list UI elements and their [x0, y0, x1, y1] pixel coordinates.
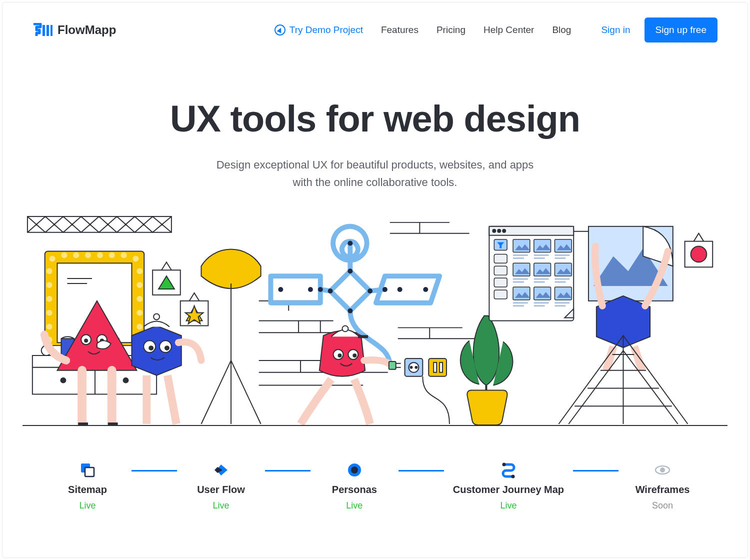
- signin-link[interactable]: Sign in: [601, 24, 630, 36]
- svg-rect-95: [554, 240, 572, 252]
- feature-label: Sitemap: [68, 484, 107, 496]
- svg-point-7: [50, 256, 56, 262]
- svg-point-67: [423, 287, 428, 292]
- svg-rect-94: [534, 240, 551, 252]
- svg-point-85: [492, 230, 496, 232]
- svg-point-17: [46, 296, 52, 302]
- svg-rect-96: [513, 264, 530, 276]
- hero-title: UX tools for web design: [32, 98, 718, 140]
- feature-status: Live: [346, 500, 362, 511]
- svg-point-59: [328, 288, 333, 294]
- hero-subtitle-line2: with the online collaborative tools.: [293, 176, 458, 188]
- svg-point-50: [154, 314, 160, 320]
- svg-point-134: [511, 475, 514, 478]
- svg-point-136: [660, 468, 665, 472]
- svg-point-23: [136, 296, 142, 302]
- nav-features[interactable]: Features: [381, 24, 418, 36]
- header: FlowMapp Try Demo Project Features Prici…: [2, 2, 748, 52]
- nav-try-demo[interactable]: Try Demo Project: [274, 24, 363, 36]
- svg-point-36: [124, 378, 128, 383]
- svg-line-53: [231, 360, 261, 424]
- svg-point-78: [410, 366, 412, 368]
- svg-point-86: [498, 230, 500, 232]
- svg-point-132: [351, 466, 358, 474]
- svg-point-87: [502, 230, 506, 232]
- svg-rect-84: [489, 226, 574, 236]
- feature-sitemap[interactable]: Sitemap Live: [52, 461, 122, 511]
- feature-separator: [398, 470, 444, 472]
- svg-point-48: [148, 346, 154, 351]
- svg-rect-73: [389, 362, 396, 370]
- svg-rect-98: [554, 264, 572, 276]
- svg-point-64: [278, 287, 283, 292]
- svg-point-11: [97, 252, 103, 258]
- signup-button[interactable]: Sign up free: [644, 18, 718, 42]
- feature-status: Soon: [652, 500, 673, 511]
- svg-point-70: [338, 354, 342, 358]
- feature-separator: [265, 470, 310, 472]
- svg-point-35: [60, 378, 66, 383]
- svg-point-10: [85, 252, 91, 258]
- feature-separator: [573, 470, 618, 472]
- svg-rect-80: [428, 358, 446, 376]
- svg-point-22: [136, 282, 142, 288]
- feature-label: User Flow: [197, 484, 245, 496]
- feature-wireframes[interactable]: Wireframes Soon: [628, 461, 698, 511]
- svg-line-52: [201, 360, 231, 424]
- sitemap-icon: [78, 461, 96, 479]
- svg-point-58: [368, 288, 372, 294]
- main-nav: Try Demo Project Features Pricing Help C…: [274, 24, 572, 36]
- svg-point-21: [136, 268, 142, 274]
- svg-point-49: [164, 346, 170, 351]
- nav-pricing[interactable]: Pricing: [436, 24, 466, 36]
- svg-rect-97: [534, 264, 551, 276]
- svg-point-133: [502, 463, 506, 466]
- svg-rect-130: [85, 468, 94, 476]
- feature-personas[interactable]: Personas Live: [320, 461, 390, 511]
- feature-label: Wireframes: [636, 484, 690, 496]
- page: FlowMapp Try Demo Project Features Prici…: [2, 2, 748, 558]
- compass-icon: [274, 24, 286, 36]
- svg-point-16: [46, 282, 52, 288]
- svg-point-128: [691, 246, 707, 262]
- svg-point-60: [348, 308, 352, 314]
- svg-rect-2: [50, 25, 52, 36]
- svg-rect-89: [494, 254, 507, 264]
- auth-actions: Sign in Sign up free: [601, 18, 718, 42]
- feature-status: Live: [79, 500, 96, 511]
- svg-point-13: [121, 252, 127, 258]
- svg-point-19: [46, 324, 52, 330]
- svg-point-61: [318, 287, 323, 292]
- feature-user-flow[interactable]: User Flow Live: [186, 461, 256, 511]
- feature-cjm[interactable]: Customer Journey Map Live: [453, 461, 564, 511]
- hero-illustration: [22, 211, 728, 426]
- personas-icon: [346, 461, 364, 479]
- brand-logo[interactable]: FlowMapp: [32, 23, 116, 37]
- userflow-icon: [212, 461, 230, 479]
- feature-status: Live: [212, 500, 229, 511]
- svg-rect-82: [440, 362, 442, 372]
- nav-blog[interactable]: Blog: [552, 24, 571, 36]
- nav-help-center[interactable]: Help Center: [484, 24, 534, 36]
- hero-subtitle: Design exceptional UX for beautiful prod…: [32, 156, 718, 191]
- svg-rect-1: [46, 25, 49, 36]
- svg-point-72: [342, 326, 348, 332]
- features-row: Sitemap Live User Flow Live Personas: [2, 426, 748, 531]
- svg-point-24: [136, 310, 142, 316]
- svg-rect-100: [534, 287, 551, 300]
- svg-point-15: [46, 268, 52, 274]
- wireframes-icon: [654, 461, 672, 479]
- nav-try-demo-label: Try Demo Project: [290, 24, 363, 36]
- feature-separator: [132, 470, 177, 472]
- svg-point-71: [352, 354, 356, 358]
- svg-point-8: [61, 252, 67, 258]
- svg-marker-45: [132, 326, 181, 376]
- svg-point-9: [73, 252, 79, 258]
- hero: UX tools for web design Design exception…: [2, 52, 748, 206]
- svg-rect-92: [494, 290, 507, 299]
- svg-point-43: [84, 339, 88, 343]
- svg-rect-91: [494, 278, 507, 287]
- svg-rect-93: [513, 240, 530, 252]
- feature-label: Customer Journey Map: [453, 484, 564, 496]
- brand-logo-mark-icon: [32, 23, 52, 37]
